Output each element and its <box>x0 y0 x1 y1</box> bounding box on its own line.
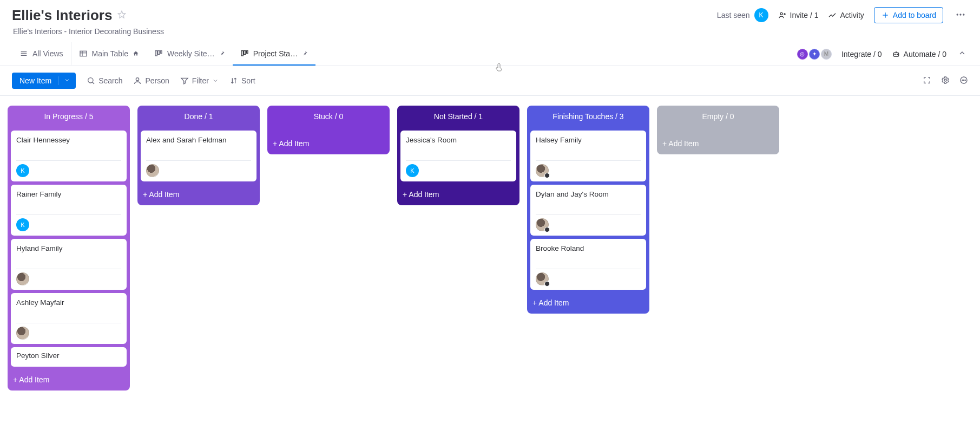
assignee-avatar[interactable] <box>16 327 29 340</box>
card-title: Brooke Roland <box>536 244 641 252</box>
card-title: Clair Hennessey <box>16 136 121 144</box>
search-button[interactable]: Search <box>87 76 122 85</box>
assignee-avatar[interactable] <box>536 218 549 231</box>
table-icon <box>79 49 88 58</box>
settings-button[interactable] <box>941 76 950 86</box>
column-header[interactable]: Finishing Touches / 3 <box>527 106 649 127</box>
column-header[interactable]: Empty / 0 <box>657 106 779 127</box>
home-icon <box>133 50 139 57</box>
chevron-up-icon <box>958 49 966 57</box>
comments-button[interactable] <box>959 76 968 86</box>
invite-button[interactable]: Invite / 1 <box>778 11 819 19</box>
kanban-card[interactable]: Brooke Roland <box>530 239 646 290</box>
svg-rect-16 <box>158 50 160 54</box>
svg-rect-19 <box>244 50 245 54</box>
add-item-button[interactable]: + Add Item <box>657 135 779 154</box>
add-item-button[interactable]: + Add Item <box>527 294 649 314</box>
sort-icon <box>229 76 238 85</box>
person-filter-button[interactable]: Person <box>133 76 169 85</box>
add-to-board-button[interactable]: Add to board <box>874 7 943 23</box>
add-item-button[interactable]: + Add Item <box>137 186 260 205</box>
activity-icon <box>828 11 837 19</box>
card-title: Rainer Family <box>16 190 121 198</box>
kanban-column: Finishing Touches / 3Halsey FamilyDylan … <box>527 106 649 314</box>
tab-all-views[interactable]: All Views <box>12 42 71 66</box>
card-footer <box>536 214 641 231</box>
svg-point-31 <box>944 79 946 81</box>
person-icon <box>133 76 142 85</box>
tab-project-status[interactable]: Project Sta… <box>233 42 315 66</box>
kanban-column: Stuck / 0+ Add Item <box>267 106 390 154</box>
invite-icon <box>778 11 787 19</box>
integrate-button[interactable]: Integrate / 0 <box>841 50 882 58</box>
assignee-avatar[interactable] <box>16 272 29 285</box>
column-header[interactable]: Done / 1 <box>137 106 260 127</box>
kanban-card[interactable]: Peyton Silver <box>11 347 127 367</box>
card-title: Peyton Silver <box>16 352 121 360</box>
svg-point-1 <box>780 12 782 15</box>
kanban-card[interactable]: Ashley Mayfair <box>11 293 127 344</box>
svg-point-27 <box>136 78 139 81</box>
favorite-star-icon[interactable] <box>117 10 126 21</box>
kanban-card[interactable]: Dylan and Jay's Room <box>530 185 646 236</box>
kanban-card[interactable]: Clair HennesseyK <box>11 131 127 181</box>
collapse-header-button[interactable] <box>956 47 968 61</box>
add-item-button[interactable]: + Add Item <box>8 371 130 391</box>
svg-point-35 <box>965 80 965 80</box>
assignee-avatar[interactable] <box>146 164 159 177</box>
column-header[interactable]: In Progress / 5 <box>8 106 130 127</box>
chevron-down-icon[interactable] <box>58 76 70 85</box>
add-item-button[interactable]: + Add Item <box>397 186 519 205</box>
chevron-down-icon <box>212 77 219 84</box>
card-title: Ashley Mayfair <box>16 298 121 307</box>
automate-button[interactable]: Automate / 0 <box>892 50 946 58</box>
kanban-card[interactable]: Halsey Family <box>530 131 646 181</box>
sort-button[interactable]: Sort <box>229 76 255 85</box>
avatar-badge-icon <box>544 227 550 232</box>
last-seen[interactable]: Last seen K <box>717 8 768 22</box>
column-header[interactable]: Stuck / 0 <box>267 106 390 127</box>
card-footer: K <box>16 214 121 231</box>
assignee-avatar[interactable] <box>536 164 549 177</box>
fullscreen-button[interactable] <box>923 76 931 86</box>
kanban-column: Done / 1Alex and Sarah Feldman+ Add Item <box>137 106 260 205</box>
kanban-card[interactable]: Alex and Sarah Feldman <box>141 131 256 181</box>
assignee-avatar[interactable] <box>536 272 549 285</box>
svg-rect-20 <box>246 50 248 53</box>
card-footer <box>16 323 121 340</box>
more-menu-icon[interactable] <box>953 7 968 24</box>
kanban-card[interactable]: Hyland Family <box>11 239 127 290</box>
search-icon <box>87 76 95 85</box>
svg-point-34 <box>963 80 964 80</box>
card-title: Alex and Sarah Feldman <box>146 136 251 144</box>
kanban-column: Empty / 0+ Add Item <box>657 106 779 154</box>
svg-marker-28 <box>181 78 188 84</box>
cursor-icon <box>495 63 503 74</box>
card-title: Jessica's Room <box>406 136 511 144</box>
add-item-button[interactable]: + Add Item <box>267 135 390 154</box>
list-icon <box>19 49 28 58</box>
filter-button[interactable]: Filter <box>180 76 219 85</box>
assignee-avatar[interactable]: K <box>16 218 29 231</box>
kanban-card[interactable]: Rainer FamilyK <box>11 185 127 236</box>
kanban-card[interactable]: Jessica's RoomK <box>400 131 516 181</box>
tab-main-table[interactable]: Main Table <box>71 42 147 66</box>
activity-button[interactable]: Activity <box>828 11 864 19</box>
tab-weekly-site[interactable]: Weekly Site… <box>147 42 233 66</box>
svg-point-25 <box>88 78 93 83</box>
kanban-icon <box>240 49 249 58</box>
svg-point-7 <box>959 14 961 15</box>
assignee-avatar[interactable]: K <box>16 164 29 177</box>
card-footer <box>146 160 251 177</box>
svg-point-23 <box>897 54 897 55</box>
avatar-badge-icon <box>544 173 550 178</box>
kanban-column: In Progress / 5Clair HennesseyKRainer Fa… <box>8 106 130 391</box>
integration-app-icons[interactable]: ◎✦M <box>797 49 832 60</box>
column-header[interactable]: Not Started / 1 <box>397 106 519 127</box>
last-seen-label: Last seen <box>717 11 750 19</box>
card-footer: K <box>16 160 121 177</box>
svg-rect-12 <box>80 51 87 56</box>
pin-icon <box>219 50 225 56</box>
new-item-button[interactable]: New Item <box>12 73 76 89</box>
assignee-avatar[interactable]: K <box>406 164 419 177</box>
